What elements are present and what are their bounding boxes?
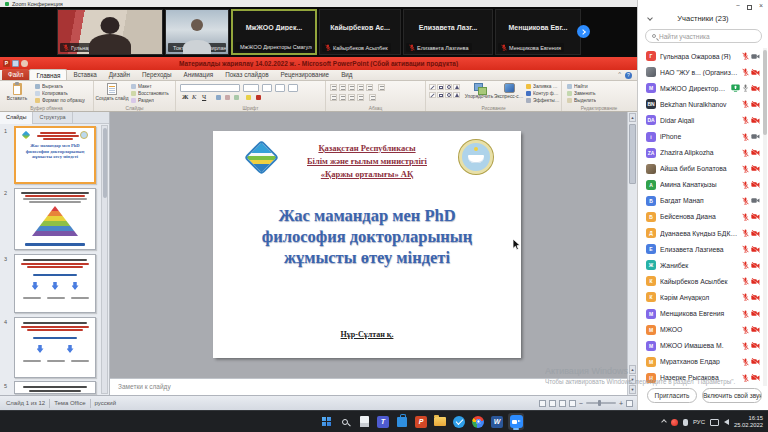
- line-spacing-button[interactable]: [366, 84, 373, 91]
- participant-row[interactable]: ММЖОО: [638, 322, 764, 338]
- notes-pane[interactable]: Заметки к слайду: [110, 378, 627, 395]
- slide-canvas[interactable]: Қазақстан Республикасы Білім және ғылым …: [213, 131, 521, 358]
- participant-row[interactable]: ЖЖанибек: [638, 257, 764, 273]
- video-tile[interactable]: Кайырбеков Ас...Кайырбеков Асылбек: [319, 9, 401, 55]
- help-icon[interactable]: ?: [625, 72, 632, 79]
- cut-button[interactable]: Вырезать: [35, 84, 92, 89]
- clear-format-button[interactable]: [288, 84, 298, 92]
- select-button[interactable]: Выделить: [567, 98, 631, 103]
- font-color-button[interactable]: [256, 95, 261, 100]
- ribbon-tab-анимация[interactable]: Анимация: [178, 69, 220, 80]
- scroll-thumb[interactable]: [629, 124, 636, 184]
- taskbar-icon-file-explorer[interactable]: [432, 413, 448, 430]
- participant-row[interactable]: ММжЖОО Директоры Смаг...: [638, 80, 764, 96]
- justify-button[interactable]: [357, 94, 364, 101]
- italic-button[interactable]: К: [192, 93, 196, 101]
- clock[interactable]: 16:15 25.02.2022: [734, 415, 763, 429]
- tray-overflow-icon[interactable]: [661, 419, 667, 425]
- participant-row[interactable]: DADidar Aigali: [638, 112, 764, 128]
- taskbar-icon-word[interactable]: [489, 413, 505, 430]
- unmute-button[interactable]: Включить свой звук: [702, 388, 762, 403]
- participant-row[interactable]: ММуратханов Елдар: [638, 354, 764, 370]
- participant-row[interactable]: ММенщикова Евгения: [638, 306, 764, 322]
- slide-thumbnail-3[interactable]: [14, 254, 96, 313]
- shape-triangle-icon[interactable]: [453, 84, 460, 90]
- slideshow-view-icon[interactable]: [569, 400, 576, 407]
- minimize-icon[interactable]: −: [736, 1, 740, 11]
- microphone-tray-icon[interactable]: [683, 419, 688, 426]
- copy-button[interactable]: Копировать: [35, 91, 92, 96]
- shape-line-icon[interactable]: [429, 84, 436, 90]
- align-center-button[interactable]: [339, 94, 346, 101]
- grow-font-button[interactable]: [262, 84, 272, 92]
- taskbar-icon-teams[interactable]: [375, 413, 391, 430]
- close-icon[interactable]: ×: [759, 1, 763, 11]
- language-indicator[interactable]: РУС: [693, 419, 705, 425]
- video-tile[interactable]: МжЖОО Дирек...МжЖОО Директоры Смагулова.…: [231, 9, 317, 55]
- ribbon-tab-главная[interactable]: Главная: [29, 69, 67, 80]
- numbering-button[interactable]: [339, 84, 346, 91]
- invite-button[interactable]: Пригласить: [647, 388, 697, 403]
- taskbar-icon-zoom[interactable]: [508, 413, 524, 430]
- shape-triangle2-icon[interactable]: [453, 92, 460, 98]
- strikethrough-button[interactable]: [225, 95, 230, 100]
- participant-row[interactable]: ДДуанаева Кундыз БДК-411: [638, 225, 764, 241]
- next-slide-icon[interactable]: ▼: [629, 375, 636, 384]
- participant-row[interactable]: ББейсенова Диана: [638, 209, 764, 225]
- display-tray-icon[interactable]: [710, 419, 719, 426]
- align-left-button[interactable]: [330, 94, 337, 101]
- participant-row[interactable]: ГГульнара Ожарова (Я): [638, 48, 764, 64]
- zoom-in-icon[interactable]: +: [619, 400, 623, 407]
- participant-row[interactable]: ММЖОО Имашева М.: [638, 338, 764, 354]
- paste-button[interactable]: Вставить: [3, 83, 31, 101]
- font-size-box[interactable]: [243, 84, 259, 92]
- taskbar-icon-chrome[interactable]: [470, 413, 486, 430]
- undo-icon[interactable]: [21, 60, 28, 67]
- reading-view-icon[interactable]: [559, 400, 566, 407]
- shape-fill-button[interactable]: Заливка фигуры: [526, 84, 560, 89]
- ribbon-tab-вставка[interactable]: Вставка: [67, 69, 102, 80]
- shape-rect-icon[interactable]: [437, 84, 444, 90]
- reset-button[interactable]: Восстановить: [131, 91, 174, 96]
- search-participant-input[interactable]: Найти участника: [645, 29, 762, 43]
- volume-icon[interactable]: [724, 419, 729, 425]
- slide-thumbnail-2[interactable]: [14, 188, 96, 250]
- shape-line2-icon[interactable]: [429, 92, 436, 98]
- shape-outline-button[interactable]: Контур фигуры: [526, 91, 560, 96]
- shrink-font-button[interactable]: [275, 84, 285, 92]
- participants-scrollbar[interactable]: [763, 48, 767, 386]
- participant-row[interactable]: Айша биби Болатова: [638, 161, 764, 177]
- participant-row[interactable]: ААмина Канатқызы: [638, 177, 764, 193]
- text-shadow-button[interactable]: [216, 95, 221, 100]
- participant-row[interactable]: НАО "ЖУ в... (Организатор): [638, 64, 764, 80]
- maximize-icon[interactable]: [747, 5, 752, 10]
- zoom-slider[interactable]: [586, 402, 616, 404]
- ribbon-tab-показ-слайдов[interactable]: Показ слайдов: [219, 69, 274, 80]
- thumbnail-scrollbar[interactable]: [101, 125, 108, 394]
- recording-indicator-icon[interactable]: [671, 419, 678, 426]
- participant-row[interactable]: ЕЕлизавета Лазгиева: [638, 241, 764, 257]
- shape-circle2-icon[interactable]: [445, 92, 452, 98]
- participant-row[interactable]: ККайырбеков Асылбек: [638, 273, 764, 289]
- participant-row[interactable]: ZAZhazira Alipkozha: [638, 145, 764, 161]
- bullets-button[interactable]: [330, 84, 337, 91]
- shape-circle-icon[interactable]: [445, 84, 452, 90]
- format-painter-button[interactable]: Формат по образцу: [35, 98, 92, 103]
- scroll-down-icon[interactable]: ▼: [629, 385, 636, 394]
- increase-indent-button[interactable]: [357, 84, 364, 91]
- slide-thumbnail-5[interactable]: [14, 381, 96, 394]
- taskbar-icon-start[interactable]: [318, 413, 334, 430]
- video-tile[interactable]: Менщикова Евг...Менщикова Евгения: [495, 9, 581, 55]
- taskbar-icon-document[interactable]: [356, 413, 372, 430]
- video-tile[interactable]: Елизавета Лазг...Елизавета Лазгиева: [403, 9, 493, 55]
- arrange-button[interactable]: Упорядочить: [464, 83, 494, 99]
- ribbon-tab-файл[interactable]: Файл: [2, 69, 29, 80]
- columns-button[interactable]: [369, 94, 376, 101]
- participant-row[interactable]: iiPhone: [638, 128, 764, 144]
- ribbon-tab-переходы[interactable]: Переходы: [136, 69, 178, 80]
- tab-slides[interactable]: Слайды: [0, 112, 33, 124]
- slide-title[interactable]: Жас мамандар мен PhD философия докторлар…: [219, 205, 515, 268]
- participant-row[interactable]: ББагдат Манап: [638, 193, 764, 209]
- scroll-up-icon[interactable]: ▲: [629, 113, 636, 122]
- font-name-box[interactable]: [180, 84, 240, 92]
